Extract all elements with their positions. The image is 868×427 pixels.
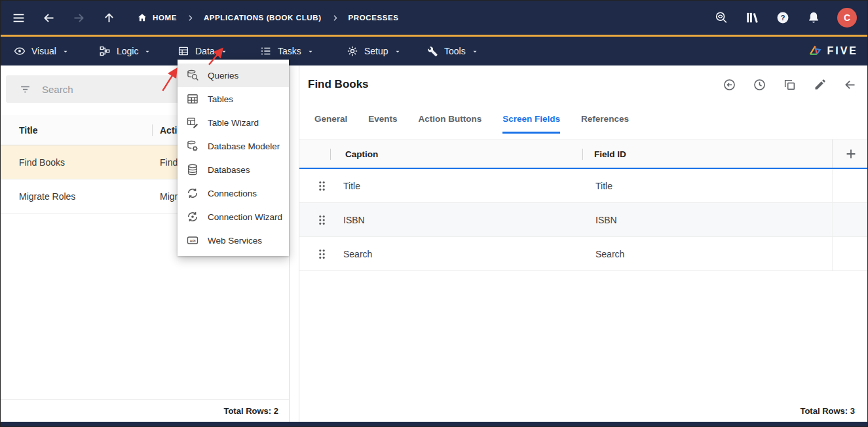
svg-text:API: API	[189, 239, 196, 243]
detail-tabs: General Events Action Buttons Screen Fie…	[299, 106, 867, 134]
total-rows-right: Total Rows: 3	[800, 406, 855, 416]
menu-option-database-modeler[interactable]: Database Modeler	[178, 134, 289, 158]
field-caption: Search	[343, 249, 372, 259]
menu-option-databases[interactable]: Databases	[178, 158, 289, 181]
menu-option-connection-wizard[interactable]: Connection Wizard	[178, 205, 289, 229]
five-logo-icon	[807, 44, 822, 59]
column-divider	[832, 237, 833, 270]
menu-option-label: Databases	[208, 165, 250, 175]
breadcrumb-applications[interactable]: APPLICATIONS (BOOK CLUB)	[204, 14, 322, 22]
web-services-api-icon: API	[186, 234, 199, 247]
collapse-left-icon[interactable]	[843, 78, 857, 92]
table-grid-icon	[178, 45, 189, 57]
eye-icon	[14, 45, 26, 57]
column-header-title[interactable]: Title	[19, 125, 38, 136]
field-row-title[interactable]: Title Title	[299, 169, 867, 203]
gear-icon	[347, 45, 358, 57]
app-window: HOME APPLICATIONS (BOOK CLUB) PROCESSES …	[0, 0, 868, 427]
library-icon[interactable]	[745, 10, 759, 25]
column-divider	[152, 124, 153, 136]
menu-item-visual[interactable]: Visual	[14, 37, 69, 65]
menu-option-queries[interactable]: Queries	[178, 64, 289, 87]
menu-option-label: Tables	[208, 94, 233, 104]
column-resize-handle[interactable]	[330, 149, 331, 160]
topbar-actions: ? C	[714, 8, 857, 28]
tab-action-buttons[interactable]: Action Buttons	[419, 106, 482, 134]
databases-icon	[186, 163, 199, 176]
column-header-caption[interactable]: Caption	[345, 149, 378, 158]
edit-pencil-icon[interactable]	[813, 78, 827, 92]
forward-icon[interactable]	[71, 10, 86, 25]
menu-item-label: Setup	[364, 46, 388, 56]
filter-icon	[19, 83, 31, 96]
menu-option-connections[interactable]: Connections	[178, 181, 289, 205]
breadcrumb-home[interactable]: HOME	[137, 12, 177, 23]
menu-item-tools[interactable]: Tools	[426, 37, 478, 65]
menu-item-logic[interactable]: Logic	[99, 37, 151, 65]
column-divider	[832, 139, 833, 168]
menu-option-label: Table Wizard	[208, 118, 259, 128]
up-icon[interactable]	[102, 10, 116, 25]
caret-down-icon	[307, 48, 314, 55]
field-id: Search	[595, 249, 624, 259]
data-menu-dropdown: Queries Tables Table Wizard Database Mod…	[178, 60, 289, 256]
menu-option-label: Queries	[208, 71, 238, 81]
row-title: Find Books	[19, 157, 65, 168]
detail-header: Find Books	[299, 65, 867, 103]
menu-item-label: Data	[195, 46, 215, 56]
field-caption: ISBN	[343, 215, 365, 225]
back-icon[interactable]	[41, 10, 56, 25]
connections-icon	[186, 187, 199, 200]
svg-text:?: ?	[781, 14, 785, 22]
inspect-icon[interactable]	[714, 10, 728, 25]
menu-option-label: Database Modeler	[208, 141, 280, 151]
tab-general[interactable]: General	[314, 106, 347, 134]
copy-icon[interactable]	[783, 78, 797, 92]
brand-text: FIVE	[827, 45, 858, 57]
menu-item-label: Visual	[31, 46, 56, 56]
drag-handle-icon[interactable]	[318, 180, 326, 192]
drag-handle-icon[interactable]	[318, 214, 326, 226]
tab-screen-fields[interactable]: Screen Fields	[502, 106, 560, 134]
field-row-isbn[interactable]: ISBN ISBN	[299, 203, 867, 237]
menu-item-setup[interactable]: Setup	[347, 37, 401, 65]
menubar: Visual Logic Data Tasks	[1, 37, 867, 65]
help-icon[interactable]: ?	[776, 10, 790, 25]
menu-item-label: Logic	[117, 46, 138, 56]
field-caption: Title	[343, 181, 360, 191]
hamburger-menu-icon[interactable]	[11, 10, 26, 25]
notifications-bell-icon[interactable]	[806, 10, 821, 25]
caret-down-icon	[394, 48, 401, 55]
column-divider	[832, 169, 833, 202]
row-title: Migrate Roles	[19, 191, 75, 202]
drag-handle-icon[interactable]	[318, 248, 326, 260]
user-avatar[interactable]: C	[837, 8, 857, 28]
fields-table-header: Caption Field ID	[299, 139, 867, 169]
menu-option-label: Connection Wizard	[208, 212, 282, 222]
menu-option-label: Web Services	[208, 236, 262, 246]
caret-down-icon	[144, 48, 151, 55]
tab-events[interactable]: Events	[368, 106, 397, 134]
menu-option-web-services[interactable]: API Web Services	[178, 229, 289, 252]
bottom-status-strip	[1, 422, 867, 426]
queries-icon	[186, 69, 199, 82]
wrench-icon	[426, 45, 438, 57]
column-header-field-id[interactable]: Field ID	[594, 149, 626, 158]
checklist-icon	[260, 45, 272, 57]
tab-references[interactable]: References	[581, 106, 629, 134]
menu-option-tables[interactable]: Tables	[178, 87, 289, 111]
history-clock-icon[interactable]	[753, 78, 766, 92]
menu-option-table-wizard[interactable]: Table Wizard	[178, 111, 289, 134]
workflow-icon	[99, 45, 111, 57]
caret-down-icon	[221, 48, 227, 55]
detail-panel: Find Books General	[299, 65, 867, 422]
field-row-search[interactable]: Search Search	[299, 237, 867, 271]
column-resize-handle[interactable]	[582, 149, 583, 160]
breadcrumb-processes[interactable]: PROCESSES	[349, 14, 399, 22]
caret-down-icon	[472, 48, 478, 55]
database-modeler-icon	[186, 139, 199, 153]
add-field-button[interactable]	[843, 146, 859, 162]
detail-header-actions	[723, 78, 857, 92]
table-wizard-icon	[186, 116, 199, 129]
undo-circle-icon[interactable]	[723, 78, 736, 92]
